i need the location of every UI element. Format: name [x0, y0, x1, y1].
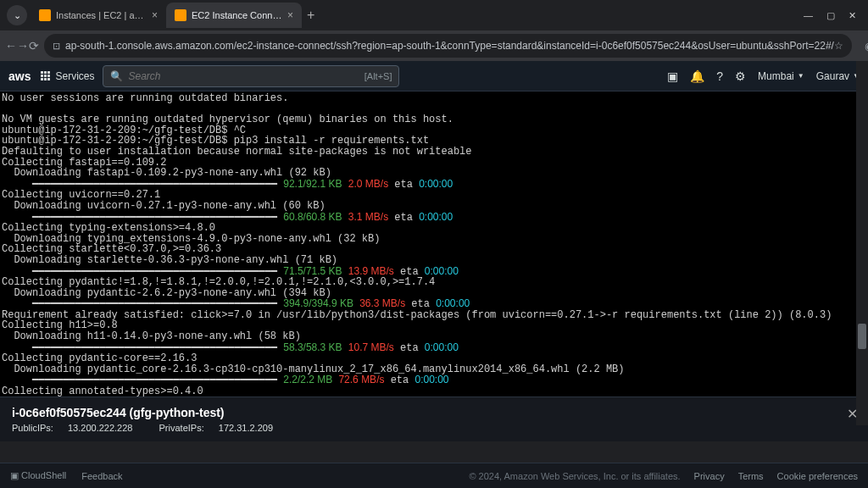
notifications-icon[interactable]: 🔔: [690, 69, 704, 83]
close-icon[interactable]: ✕: [849, 10, 856, 21]
url-text: ap-south-1.console.aws.amazon.com/ec2-in…: [65, 40, 834, 52]
search-input[interactable]: 🔍 [Alt+S]: [103, 65, 399, 87]
search-field[interactable]: [128, 70, 364, 82]
terms-link[interactable]: Terms: [738, 471, 764, 481]
forward-icon[interactable]: →: [17, 35, 29, 57]
instance-title: i-0c6ef0f50575ec244 (gfg-python-test): [12, 406, 856, 419]
tab-inactive[interactable]: Instances | EC2 | ap-south-1 ×: [31, 3, 166, 28]
extension-icon[interactable]: ◉: [860, 36, 868, 55]
aws-header: aws Services 🔍 [Alt+S] ▣ 🔔 ? ⚙ Mumbai▼ G…: [0, 61, 868, 92]
star-icon[interactable]: ☆: [834, 40, 843, 52]
tabs-container: Instances | EC2 | ap-south-1 × EC2 Insta…: [31, 3, 795, 28]
tab-active[interactable]: EC2 Instance Connect | ap-sout ×: [166, 3, 302, 28]
lock-icon: ⊡: [53, 41, 60, 52]
close-icon[interactable]: ×: [152, 9, 158, 21]
services-menu[interactable]: Services: [41, 70, 94, 82]
search-hint: [Alt+S]: [364, 71, 392, 81]
svg-rect-1: [175, 9, 186, 21]
chevron-down-icon[interactable]: ⌄: [7, 5, 27, 25]
search-icon: 🔍: [110, 70, 123, 82]
user-menu[interactable]: Gaurav▼: [816, 70, 860, 82]
new-tab-button[interactable]: +: [307, 8, 314, 23]
cloudshell-link[interactable]: ▣ CloudShell: [10, 470, 66, 481]
svg-rect-0: [39, 9, 51, 21]
help-icon[interactable]: ?: [716, 69, 723, 83]
aws-logo[interactable]: aws: [8, 69, 31, 83]
scrollbar[interactable]: [856, 61, 868, 425]
aws-favicon-icon: [39, 9, 51, 21]
aws-favicon-icon: [175, 9, 186, 21]
reload-icon[interactable]: ⟳: [29, 35, 39, 57]
privacy-link[interactable]: Privacy: [694, 471, 725, 481]
close-icon[interactable]: ×: [287, 9, 293, 21]
cloudshell-icon[interactable]: ▣: [667, 69, 678, 83]
back-icon[interactable]: ←: [5, 35, 17, 57]
maximize-icon[interactable]: ▢: [826, 10, 835, 21]
aws-footer: ▣ CloudShell Feedback © 2024, Amazon Web…: [0, 463, 868, 488]
window-controls: — ▢ ✕: [795, 10, 865, 21]
feedback-link[interactable]: Feedback: [81, 471, 122, 481]
terminal-output[interactable]: No user sessions are running outdated bi…: [0, 92, 868, 396]
minimize-icon[interactable]: —: [804, 10, 813, 21]
region-selector[interactable]: Mumbai▼: [758, 70, 804, 82]
instance-ips: PublicIPs: 13.200.222.228 PrivateIPs: 17…: [12, 423, 856, 433]
browser-tab-strip: ⌄ Instances | EC2 | ap-south-1 × EC2 Ins…: [0, 0, 868, 30]
address-bar: ← → ⟳ ⊡ ap-south-1.console.aws.amazon.co…: [0, 30, 868, 61]
instance-info-panel: i-0c6ef0f50575ec244 (gfg-python-test) Pu…: [0, 396, 868, 441]
cookie-link[interactable]: Cookie preferences: [777, 471, 858, 481]
tab-label: Instances | EC2 | ap-south-1: [56, 10, 147, 20]
tab-label: EC2 Instance Connect | ap-sout: [192, 10, 282, 20]
url-input[interactable]: ⊡ ap-south-1.console.aws.amazon.com/ec2-…: [44, 34, 852, 58]
grid-icon: [41, 71, 50, 80]
services-label: Services: [55, 70, 94, 82]
scrollbar-thumb[interactable]: [858, 324, 866, 349]
copyright-text: © 2024, Amazon Web Services, Inc. or its…: [469, 471, 680, 481]
settings-icon[interactable]: ⚙: [735, 69, 746, 83]
